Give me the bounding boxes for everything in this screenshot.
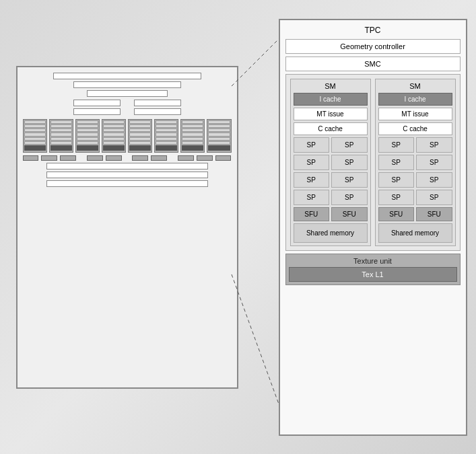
sm2-sp-6: SP [416,172,452,188]
tpc-diagram: TPC Geometry controller SMC SM I cache M… [279,19,467,436]
sm2-c-cache: C cache [378,122,452,135]
sm2-sp-7: SP [378,190,415,205]
chip-mid-box-2 [73,108,121,115]
sm1-sp-7: SP [294,190,330,205]
sm2-sp-1: SP [378,137,415,153]
chip-mid-box-1 [73,100,121,106]
chip-core-6 [154,119,178,153]
chip-wide-box-3 [46,180,208,187]
sm2-sfu-1: SFU [378,207,415,221]
chip-core-8 [207,119,231,153]
sm2-sp-row-4: SP SP [378,190,452,205]
sm2-mt-issue: MT issue [378,108,452,120]
chip-wide-box-2 [46,172,208,178]
sm2-label: SM [378,82,452,90]
sm1-sp-row-4: SP SP [294,190,368,205]
sm1-label: SM [294,82,368,90]
sm1-shared-memory: Shared memory [294,223,368,243]
chip-core-grid [23,119,232,153]
chip-bar-top-1 [53,73,201,79]
chip-core-1 [23,119,47,153]
sm1-sp-3: SP [294,155,330,170]
sm1-sfu-row: SFU SFU [294,207,368,221]
svg-line-1 [232,274,285,422]
sm2-sp-8: SP [416,190,452,205]
sm1-sp-4: SP [331,155,368,170]
chip-mid-box-3 [134,100,181,106]
chip-core-3 [75,119,100,153]
sm1-sp-row-1: SP SP [294,137,368,153]
svg-line-0 [232,32,285,86]
sm2-i-cache: I cache [378,93,452,106]
sm1-sp-row-2: SP SP [294,155,368,170]
geometry-controller: Geometry controller [285,39,461,54]
texture-section: Texture unit Tex L1 [285,254,461,285]
sm1-sp-2: SP [331,137,368,153]
chip-core-7 [180,119,205,153]
sm2-sfu-2: SFU [416,207,452,221]
sm2-sp-2: SP [416,137,452,153]
chip-mid-col-right [134,100,181,115]
texture-unit-label: Texture unit [289,257,457,265]
sm2-sfu-row: SFU SFU [378,207,452,221]
chip-mid-col-left [73,100,121,115]
sm2-sp-5: SP [378,172,415,188]
smc-label: SMC [285,56,461,71]
chip-wide-box-1 [46,163,208,169]
chip-small-row-1 [23,155,232,161]
sm1-sp-8: SP [331,190,368,205]
sm2-sp-row-2: SP SP [378,155,452,170]
chip-core-5 [128,119,152,153]
chip-core-2 [49,119,73,153]
sm1-sp-row-3: SP SP [294,172,368,188]
diagram-container: TPC Geometry controller SMC SM I cache M… [9,12,467,443]
smc-box: SM I cache MT issue C cache SP SP SP SP … [285,74,461,251]
chip-top-bars [23,73,232,97]
sm1-i-cache: I cache [294,93,368,106]
chip-bar-top-3 [87,90,168,97]
chip-mid-box-4 [134,108,181,115]
sm2-sp-3: SP [378,155,415,170]
sm2-sp-row-3: SP SP [378,172,452,188]
sm-row: SM I cache MT issue C cache SP SP SP SP … [290,79,456,246]
sm1-sfu-1: SFU [294,207,330,221]
chip-diagram [16,66,238,389]
tex-l1: Tex L1 [289,267,457,282]
chip-bottom-bars [23,155,232,187]
chip-core-4 [102,119,126,153]
sm2-sp-4: SP [416,155,452,170]
sm1-c-cache: C cache [294,122,368,135]
chip-mid-section [23,100,232,115]
sm1-mt-issue: MT issue [294,108,368,120]
chip-bar-top-2 [73,81,181,88]
sm1-column: SM I cache MT issue C cache SP SP SP SP … [290,79,371,246]
sm1-sfu-2: SFU [331,207,368,221]
sm2-column: SM I cache MT issue C cache SP SP SP SP … [375,79,456,246]
tpc-title: TPC [285,26,461,35]
sm1-sp-5: SP [294,172,330,188]
sm2-sp-row-1: SP SP [378,137,452,153]
sm1-sp-6: SP [331,172,368,188]
sm2-shared-memory: Shared memory [378,223,452,243]
sm1-sp-1: SP [294,137,330,153]
